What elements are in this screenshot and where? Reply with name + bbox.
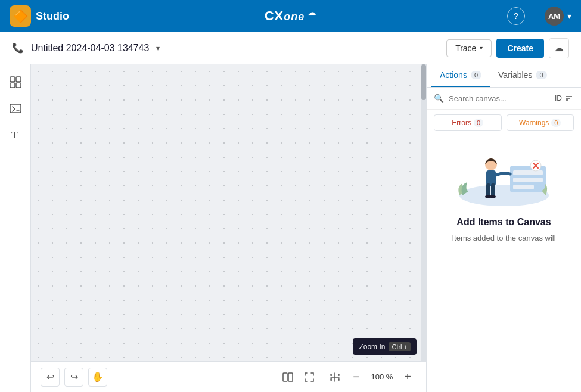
canvas-scrollbar-thumb[interactable] <box>421 64 426 100</box>
undo-button[interactable]: ↩ <box>41 368 60 387</box>
svg-rect-24 <box>486 183 490 197</box>
hand-icon: ✋ <box>92 371 104 382</box>
cloud-button[interactable]: ☁ <box>549 38 569 58</box>
zoom-in-tooltip: Zoom In Ctrl + <box>353 338 417 355</box>
zoom-out-icon: − <box>353 370 360 384</box>
svg-line-6 <box>13 109 15 111</box>
text-tool-button[interactable]: T <box>5 124 26 145</box>
plus-key: + <box>404 343 408 350</box>
canvas-scrollbar[interactable] <box>421 64 426 392</box>
svg-rect-3 <box>16 83 21 88</box>
errors-filter-button[interactable]: Errors 0 <box>434 114 502 131</box>
keyboard-shortcut-badge: Ctrl + <box>389 342 411 351</box>
nav-center: CXone ☁ <box>265 8 317 24</box>
chevron-down-icon: ▾ <box>567 11 571 21</box>
panel-search-bar: 🔍 ID <box>427 88 581 110</box>
svg-rect-0 <box>10 77 15 82</box>
svg-rect-2 <box>10 83 15 88</box>
warnings-badge: 0 <box>551 119 561 127</box>
svg-rect-1 <box>16 77 21 82</box>
id-sort-button[interactable]: ID <box>555 94 574 103</box>
trace-chevron-icon: ▾ <box>480 45 483 51</box>
zoom-level: 100 % <box>369 372 395 381</box>
warnings-filter-button[interactable]: Warnings 0 <box>507 114 574 131</box>
svg-text:T: T <box>11 130 18 140</box>
svg-rect-10 <box>288 373 293 381</box>
zoom-in-tooltip-label: Zoom In <box>359 343 385 351</box>
svg-line-5 <box>13 107 15 109</box>
zoom-in-button[interactable]: + <box>399 368 417 386</box>
phone-icon: 📞 <box>12 42 24 54</box>
svg-rect-4 <box>10 104 21 113</box>
app-icon: 🔶 <box>10 5 31 27</box>
svg-rect-18 <box>513 185 534 189</box>
tab-actions[interactable]: Actions 0 <box>431 64 490 87</box>
fit-button[interactable] <box>326 368 344 386</box>
trace-label: Trace <box>455 43 476 53</box>
top-nav: 🔶 Studio CXone ☁ ? AM ▾ <box>0 0 581 32</box>
zoom-out-button[interactable]: − <box>347 368 365 386</box>
app-title: Studio <box>36 10 69 23</box>
shapes-tool-button[interactable] <box>5 71 26 93</box>
panel-toggle-button[interactable] <box>279 368 297 386</box>
main-layout: T ↩ ↪ ✋ <box>0 64 581 392</box>
warnings-label: Warnings <box>519 119 549 127</box>
variables-tab-label: Variables <box>498 70 532 80</box>
redo-icon: ↪ <box>70 371 78 382</box>
illustration <box>450 148 558 207</box>
redo-button[interactable]: ↪ <box>64 368 83 387</box>
hand-tool-button[interactable]: ✋ <box>88 368 107 387</box>
svg-rect-25 <box>491 183 495 197</box>
id-label: ID <box>555 94 562 102</box>
cloud-icon: ☁ <box>554 42 564 54</box>
trace-button[interactable]: Trace ▾ <box>446 39 492 57</box>
errors-label: Errors <box>452 119 471 127</box>
subheader-actions: Trace ▾ Create ☁ <box>446 38 569 58</box>
help-button[interactable]: ? <box>507 7 525 25</box>
cxone-logo: CXone ☁ <box>265 8 317 24</box>
avatar: AM <box>545 7 564 26</box>
add-items-desc: Items added to the canvas will <box>452 232 555 244</box>
canvas-bottom-toolbar: ↩ ↪ ✋ <box>31 361 426 392</box>
sub-header: 📞 Untitled 2024-04-03 134743 ▾ Trace ▾ C… <box>0 32 581 64</box>
code-tool-button[interactable] <box>5 98 26 119</box>
right-panel: Actions 0 Variables 0 🔍 ID Erro <box>426 64 581 392</box>
user-menu-button[interactable]: AM ▾ <box>545 7 571 26</box>
actions-tab-badge: 0 <box>471 71 481 79</box>
create-button[interactable]: Create <box>496 39 544 58</box>
ctrl-key: Ctrl <box>392 343 402 350</box>
svg-rect-17 <box>513 178 543 182</box>
undo-icon: ↩ <box>46 371 54 382</box>
panel-tabs: Actions 0 Variables 0 <box>427 64 581 88</box>
canvas-area[interactable]: ↩ ↪ ✋ <box>31 64 426 392</box>
variables-tab-badge: 0 <box>536 71 546 79</box>
filter-row: Errors 0 Warnings 0 <box>427 110 581 136</box>
zoom-divider <box>322 370 322 384</box>
script-name: Untitled 2024-04-03 134743 <box>31 43 149 54</box>
script-dropdown-button[interactable]: ▾ <box>156 44 160 52</box>
add-items-title: Add Items to Canvas <box>456 217 551 228</box>
add-items-area: Add Items to Canvas Items added to the c… <box>427 136 581 392</box>
zoom-in-icon: + <box>404 370 411 384</box>
actions-tab-label: Actions <box>440 70 467 80</box>
nav-divider <box>535 7 535 25</box>
expand-button[interactable] <box>300 368 318 386</box>
svg-rect-9 <box>283 373 287 381</box>
zoom-controls: − 100 % + <box>279 368 417 386</box>
tab-variables[interactable]: Variables 0 <box>490 64 555 87</box>
svg-rect-16 <box>513 170 543 175</box>
left-sidebar: T <box>0 64 31 392</box>
svg-point-27 <box>490 195 496 198</box>
search-icon: 🔍 <box>434 94 444 103</box>
nav-right: ? AM ▾ <box>507 7 571 26</box>
logo-group: 🔶 Studio <box>10 5 69 27</box>
search-input[interactable] <box>449 94 550 103</box>
errors-badge: 0 <box>474 119 483 127</box>
